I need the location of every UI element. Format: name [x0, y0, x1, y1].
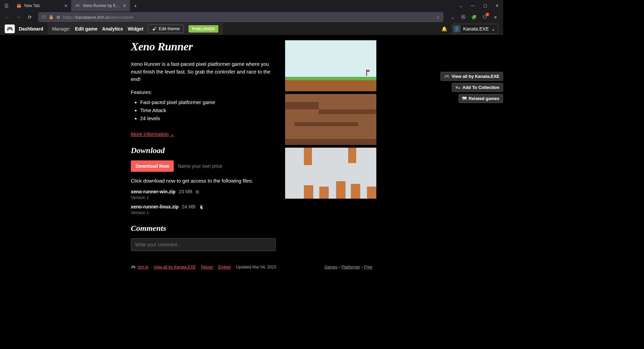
category-free-link[interactable]: Free	[364, 265, 372, 269]
app-menu-button[interactable]: ≡	[492, 13, 499, 21]
close-window-button[interactable]: ✕	[491, 0, 503, 11]
category-games-link[interactable]: Games	[324, 265, 337, 269]
window-controls: ⌄ — ▢ ✕	[455, 0, 503, 11]
itch-admin-bar: 🎮 Dashboard Manage: Edit game Analytics …	[0, 23, 503, 35]
list-add-icon: ≡₊	[455, 85, 461, 90]
category-platformer-link[interactable]: Platformer	[341, 265, 360, 269]
tab-new-tab[interactable]: 🦊 New Tab ✕	[13, 0, 71, 11]
brush-icon: 🖌	[152, 26, 157, 31]
windows-icon: ⊞	[196, 189, 199, 194]
download-file-row: xeno-runner-win.zip 23 MB ⊞ Version 1	[131, 189, 276, 200]
file-version: Version 1	[131, 195, 276, 200]
bookmark-star-icon[interactable]: ☆	[436, 15, 440, 20]
file-size: 24 MB	[182, 204, 195, 209]
dashboard-link[interactable]: Dashboard	[19, 26, 43, 32]
chevron-down-icon: ⌄	[491, 26, 495, 32]
file-name[interactable]: xeno-runner-linux.zip	[131, 204, 178, 209]
itch-small-icon: 🎮	[444, 74, 449, 79]
toolbar-extensions: ⌄ Ⓚ 🧩 🛡 ≡	[447, 13, 501, 21]
permissions-icon[interactable]: ⚙	[56, 15, 60, 20]
extensions-icon[interactable]: 🧩	[470, 13, 478, 21]
report-link[interactable]: Report	[201, 265, 213, 269]
browser-titlebar: ☰ 🦊 New Tab ✕ 🎮 Xeno Runner by Kanata.EX…	[0, 0, 503, 11]
download-now-button[interactable]: Download Now	[131, 160, 174, 172]
itch-logo-icon[interactable]: 🎮	[5, 24, 15, 33]
new-tab-button[interactable]: ＋	[130, 1, 140, 11]
published-badge: PUBLISHED	[189, 25, 218, 33]
address-bar[interactable]: 🛡 🔒 ⚙ https://kanataexe.itch.io/xeno-run…	[38, 12, 443, 22]
notifications-icon[interactable]: 🔔	[441, 26, 447, 32]
maximize-button[interactable]: ▢	[479, 0, 491, 11]
list-item: 24 levels	[140, 114, 276, 122]
edit-game-link[interactable]: Edit game	[75, 26, 98, 32]
itch-icon: 🎮	[75, 3, 80, 8]
list-item: Fast-paced pixel platformer game	[140, 98, 276, 106]
file-version: Version 1	[131, 210, 276, 215]
comments-heading: Comments	[131, 224, 276, 233]
game-description: Xeno Runner is a fast-paced pixel platfo…	[131, 60, 276, 83]
screenshot-thumbnail[interactable]	[285, 40, 376, 91]
embed-link[interactable]: Embed	[218, 265, 231, 269]
linux-icon: 🐧	[199, 204, 204, 209]
map-icon: 🗺	[462, 96, 467, 101]
screenshot-thumbnail[interactable]	[285, 148, 376, 199]
reload-button[interactable]: ⟳	[25, 12, 35, 22]
page-title: Xeno Runner	[131, 40, 276, 53]
add-to-collection-button[interactable]: ≡₊ Add To Collection	[452, 83, 503, 92]
download-heading: Download	[131, 146, 276, 155]
page-body: 🎮 View all by Kanata.EXE ≡₊ Add To Colle…	[0, 35, 503, 272]
itch-footer-icon: 🎮	[131, 265, 136, 269]
forward-button: →	[13, 12, 23, 22]
widget-link[interactable]: Widget	[128, 26, 144, 32]
edit-theme-button[interactable]: 🖌 Edit theme	[148, 24, 184, 33]
tab-xeno-runner[interactable]: 🎮 Xeno Runner by Kanata.EXE ✕	[71, 0, 130, 11]
analytics-link[interactable]: Analytics	[102, 26, 123, 32]
lock-icon[interactable]: 🔒	[49, 15, 54, 19]
updated-text: Updated Mar 04, 2023	[236, 265, 276, 269]
view-all-by-author-button[interactable]: 🎮 View all by Kanata.EXE	[440, 72, 503, 81]
firefox-icon: 🦊	[16, 3, 21, 8]
manage-label: Manage:	[52, 26, 70, 32]
chevron-down-icon: ⌄	[170, 131, 174, 137]
view-all-footer-link[interactable]: View all by Kanata.EXE	[154, 265, 196, 269]
screenshot-column	[285, 40, 376, 251]
url-text: https://kanataexe.itch.io/xeno-runner	[63, 15, 433, 20]
file-size: 23 MB	[179, 189, 192, 194]
close-icon[interactable]: ✕	[123, 3, 126, 8]
screenshot-thumbnail[interactable]	[285, 94, 376, 145]
avatar: 👤	[453, 25, 461, 33]
list-item: Time Attack	[140, 106, 276, 114]
side-action-chips: 🎮 View all by Kanata.EXE ≡₊ Add To Colle…	[440, 72, 503, 103]
sidebar-toggle-button[interactable]: ☰	[0, 3, 13, 8]
extension-k-icon[interactable]: Ⓚ	[460, 13, 467, 21]
more-information-toggle[interactable]: More information ⌄	[131, 131, 174, 137]
close-icon[interactable]: ✕	[64, 3, 68, 8]
price-note: Name your own price	[178, 163, 222, 169]
features-list: Fast-paced pixel platformer game Time At…	[131, 98, 276, 122]
manage-block: Manage: Edit game Analytics Widget 🖌 Edi…	[47, 23, 223, 35]
related-games-button[interactable]: 🗺 Related games	[459, 94, 503, 103]
ublock-icon[interactable]: 🛡	[481, 13, 488, 21]
shield-icon[interactable]: 🛡	[42, 15, 46, 20]
minimize-button[interactable]: —	[467, 0, 479, 11]
file-name[interactable]: xeno-runner-win.zip	[131, 189, 175, 194]
back-button[interactable]: ←	[2, 12, 12, 22]
browser-tabs: 🦊 New Tab ✕ 🎮 Xeno Runner by Kanata.EXE …	[13, 0, 455, 11]
download-file-row: xeno-runner-linux.zip 24 MB 🐧 Version 1	[131, 204, 276, 215]
page-footer: 🎮 itch.io · View all by Kanata.EXE · Rep…	[0, 262, 503, 272]
user-menu[interactable]: 👤 Kanata.EXE ⌄	[452, 24, 498, 34]
features-heading: Features:	[131, 89, 276, 95]
comment-input[interactable]	[131, 238, 276, 251]
tab-label: New Tab	[24, 3, 61, 8]
download-access-note: Click download now to get access to the …	[131, 178, 276, 184]
browser-toolbar: ← → ⟳ 🛡 🔒 ⚙ https://kanataexe.itch.io/xe…	[0, 11, 503, 23]
username: Kanata.EXE	[463, 26, 489, 32]
itch-io-link[interactable]: itch.io	[138, 265, 148, 269]
pocket-icon[interactable]: ⌄	[449, 13, 456, 21]
tab-label: Xeno Runner by Kanata.EXE	[83, 3, 120, 8]
list-all-tabs-button[interactable]: ⌄	[455, 0, 467, 11]
